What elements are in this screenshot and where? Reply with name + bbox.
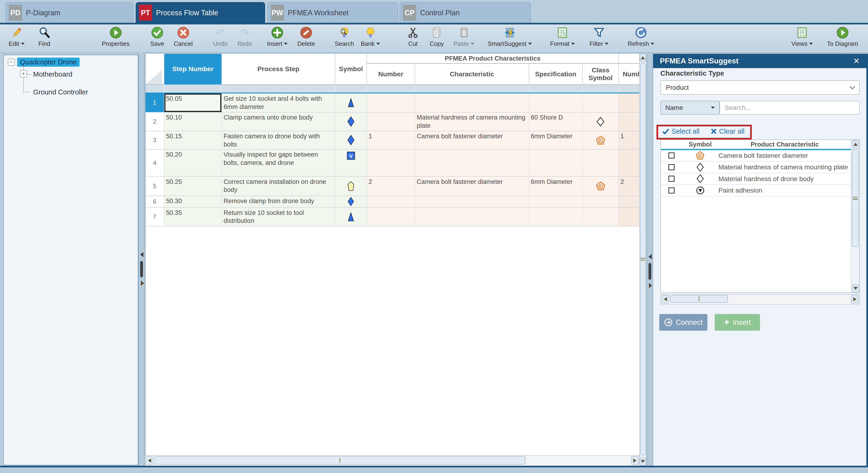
tree-item-quadcopter-drone[interactable]: Quadcopter Drone <box>17 58 80 67</box>
cell-characteristic[interactable]: Camera bolt fastener diameter <box>415 177 529 196</box>
cell-class-symbol[interactable] <box>583 150 619 176</box>
cell-step-number[interactable]: 50.35 <box>164 208 222 226</box>
list-item[interactable]: K Camera bolt fastener diameter <box>661 150 851 162</box>
cell-specification[interactable]: 60 Shore D <box>529 113 583 131</box>
column-header-step-number[interactable]: Step Number <box>164 54 222 85</box>
connect-button[interactable]: Connect <box>659 314 707 331</box>
cell-symbol[interactable] <box>335 93 367 112</box>
cell-step-number[interactable]: 50.15 <box>164 131 222 149</box>
row-number[interactable]: 5 <box>146 177 164 196</box>
cell-number-2[interactable] <box>619 113 640 131</box>
list-item[interactable]: Paint adhesion <box>661 185 851 197</box>
save-button[interactable]: Save <box>148 26 167 47</box>
cell-step-number[interactable]: 50.30 <box>164 196 222 207</box>
checkbox[interactable] <box>669 176 675 182</box>
row-number[interactable]: 3 <box>146 131 164 149</box>
smartsuggest-button[interactable]: SmartSuggest <box>488 26 532 47</box>
find-button[interactable]: Find <box>35 26 54 47</box>
cell-characteristic[interactable] <box>415 150 529 176</box>
scroll-up-button[interactable] <box>852 140 859 148</box>
cell-step-number[interactable]: 50.10 <box>164 113 222 131</box>
row-number[interactable]: 6 <box>146 196 164 207</box>
tree-item-ground-controller[interactable]: Ground Controller <box>30 87 91 96</box>
insert-characteristic-button[interactable]: + Insert <box>715 314 760 331</box>
table-row[interactable]: 6 50.30 Remove clamp from drone body <box>146 196 640 208</box>
expand-icon[interactable]: + <box>20 70 27 78</box>
cancel-button[interactable]: Cancel <box>174 26 193 47</box>
column-header-number-clipped[interactable]: Number <box>619 64 640 85</box>
checkbox[interactable] <box>669 164 675 170</box>
search-input[interactable] <box>720 101 860 115</box>
row-number[interactable]: 4 <box>146 150 164 176</box>
column-header-specification[interactable]: Specification <box>529 64 583 85</box>
cell-process-step[interactable]: Fasten camera to drone body with bolts <box>222 131 335 149</box>
grid-corner-cell[interactable] <box>146 54 164 85</box>
cell-process-step[interactable]: Remove clamp from drone body <box>222 196 335 207</box>
cell-characteristic[interactable] <box>415 208 529 226</box>
scroll-up-button[interactable] <box>640 54 646 62</box>
cell-symbol[interactable]: V <box>335 150 367 176</box>
cell-specification[interactable]: 6mm Diameter <box>529 177 583 196</box>
right-splitter[interactable] <box>647 54 653 466</box>
cell-class-symbol[interactable]: K <box>583 131 619 149</box>
cut-button[interactable]: Cut <box>404 26 423 47</box>
cell-class-symbol[interactable]: K <box>583 177 619 196</box>
table-row[interactable]: 2 50.10 Clamp camera onto drone body Mat… <box>146 113 640 131</box>
tab-pfmea-worksheet[interactable]: PW PFMEA Worksheet <box>268 2 398 23</box>
list-vertical-scrollbar[interactable] <box>851 140 859 292</box>
cell-number-2[interactable] <box>619 150 640 176</box>
splitter-drag-handle[interactable] <box>649 263 651 280</box>
clear-all-button[interactable]: Clear all <box>711 127 744 135</box>
close-icon[interactable]: ✕ <box>853 57 860 65</box>
cell-step-number[interactable]: 50.25 <box>164 177 222 196</box>
cell-symbol[interactable] <box>335 131 367 149</box>
cell-class-symbol[interactable] <box>583 196 619 207</box>
tab-p-diagram[interactable]: PD P-Diagram <box>6 2 133 23</box>
product-characteristic-column-header[interactable]: Product Characteristic <box>718 141 851 148</box>
left-splitter[interactable] <box>138 54 145 466</box>
cell-specification[interactable] <box>529 93 583 112</box>
paste-button[interactable]: Paste <box>453 26 474 47</box>
cell-step-number[interactable]: 50.05 <box>164 93 222 112</box>
grid-vertical-scrollbar[interactable] <box>639 54 647 466</box>
scroll-left-button[interactable] <box>661 295 669 303</box>
cell-specification[interactable] <box>529 196 583 207</box>
views-button[interactable]: Views <box>792 26 813 47</box>
collapse-left-icon[interactable] <box>649 254 652 259</box>
bank-button[interactable]: Bank <box>361 26 380 47</box>
cell-number-2[interactable] <box>619 93 640 112</box>
cell-specification[interactable] <box>529 208 583 226</box>
collapse-left-icon[interactable] <box>140 252 144 257</box>
cell-characteristic[interactable]: Material hardness of camera mounting pla… <box>415 113 529 131</box>
cell-class-symbol[interactable] <box>583 93 619 112</box>
filter-button[interactable]: Filter <box>590 26 609 47</box>
characteristic-type-select[interactable]: Product <box>660 80 860 95</box>
tab-process-flow-table[interactable]: PT Process Flow Table <box>136 2 265 23</box>
redo-button[interactable]: ↷ Redo <box>235 26 254 47</box>
tab-control-plan[interactable]: CP Control Plan <box>400 2 531 23</box>
column-header-characteristic[interactable]: Characteristic <box>415 64 529 85</box>
column-header-class-symbol[interactable]: Class Symbol <box>583 64 619 85</box>
cell-characteristic[interactable] <box>415 93 529 112</box>
cell-process-step[interactable]: Clamp camera onto drone body <box>222 113 335 131</box>
scroll-down-button[interactable] <box>640 457 646 466</box>
collapse-icon[interactable]: − <box>8 59 15 66</box>
format-button[interactable]: Format <box>550 26 575 47</box>
scroll-right-button[interactable] <box>851 295 859 303</box>
cell-number[interactable] <box>367 208 415 226</box>
cell-class-symbol[interactable] <box>583 113 619 131</box>
scrollbar-thumb[interactable] <box>641 63 645 455</box>
cell-number-2[interactable] <box>619 208 640 226</box>
cell-number[interactable] <box>367 113 415 131</box>
cell-symbol[interactable] <box>335 208 367 226</box>
cell-process-step[interactable]: Get size 10 socket and 4 bolts with 6mm … <box>222 93 335 112</box>
list-horizontal-scrollbar[interactable] <box>660 294 860 305</box>
cell-number[interactable] <box>367 196 415 207</box>
table-row[interactable]: 1 50.05 Get size 10 socket and 4 bolts w… <box>146 93 640 112</box>
cell-symbol[interactable] <box>335 177 367 196</box>
table-row[interactable]: 5 50.25 Correct camera installation on d… <box>146 177 640 196</box>
search-button[interactable]: Search <box>335 26 354 47</box>
select-all-button[interactable]: Select all <box>662 127 700 135</box>
tree-item-motherboard[interactable]: Motherboard <box>30 70 75 79</box>
grid-filter-row[interactable] <box>146 85 640 92</box>
